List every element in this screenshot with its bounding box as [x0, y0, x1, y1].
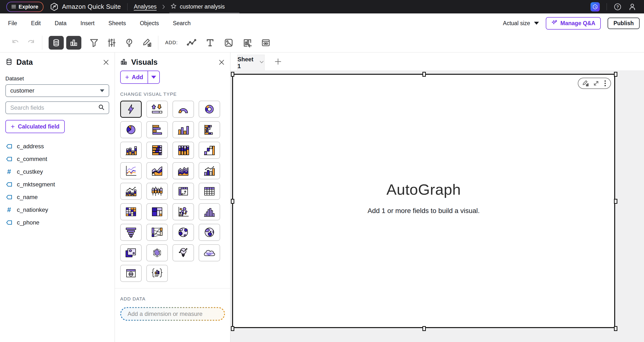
chevron-down-icon[interactable]: [259, 59, 264, 66]
analysis-title[interactable]: customer analysis: [180, 4, 225, 10]
add-visual-icon[interactable]: [187, 38, 196, 48]
visual-type-insights[interactable]: [172, 244, 194, 262]
insights-lightbulb-icon[interactable]: [124, 38, 134, 48]
visual-type-filled-map[interactable]: [198, 224, 220, 241]
visual-type-pivot-table[interactable]: [172, 183, 194, 200]
visual-type-scatter-plot[interactable]: [172, 203, 194, 220]
menu-search[interactable]: Search: [173, 20, 190, 27]
field-c_phone[interactable]: c_phone: [5, 216, 109, 229]
menu-objects[interactable]: Objects: [140, 20, 159, 27]
add-visual-dropdown-button[interactable]: [148, 71, 159, 83]
sheet-tab[interactable]: Sheet 1: [237, 55, 264, 70]
visual-menu-kebab-icon[interactable]: [603, 78, 607, 88]
edit-visual-icon[interactable]: [582, 78, 589, 88]
insert-visual-icon[interactable]: [242, 38, 252, 48]
visual-type-stacked-100-bar-vertical[interactable]: [172, 142, 194, 159]
field-c_custkey[interactable]: #c_custkey: [5, 166, 109, 178]
visual-type-histogram[interactable]: [198, 203, 220, 220]
add-image-icon[interactable]: [224, 38, 234, 48]
visual-type-stacked-area[interactable]: [172, 162, 194, 179]
resize-handle-bottom-right[interactable]: [614, 326, 617, 331]
field-well-drop-zone[interactable]: Add a dimension or measure: [120, 307, 225, 321]
breadcrumb-analyses[interactable]: Analyses: [134, 4, 156, 10]
manage-qa-button[interactable]: Manage Q&A: [546, 17, 601, 30]
add-visual-button[interactable]: + Add: [121, 71, 148, 83]
add-sheet-button[interactable]: [274, 58, 282, 65]
redo-icon[interactable]: [26, 38, 36, 48]
visual-type-tree-map[interactable]: [146, 203, 168, 220]
visual-type-combo-stacked-bar-line[interactable]: [120, 183, 142, 200]
visual-type-line[interactable]: [120, 162, 142, 179]
visual-type-pie[interactable]: [120, 121, 142, 138]
data-panel-close-icon[interactable]: [103, 59, 109, 66]
resize-handle-middle-left[interactable]: [231, 199, 234, 204]
visual-type-points-on-map[interactable]: [172, 224, 194, 241]
undo-icon[interactable]: [11, 38, 20, 48]
visuals-panel-toggle-button[interactable]: [66, 36, 81, 50]
visuals-panel-close-icon[interactable]: [218, 59, 225, 66]
field-c_nationkey[interactable]: #c_nationkey: [5, 204, 109, 216]
visual-type-radar[interactable]: [146, 244, 168, 262]
visual-type-word-cloud[interactable]: [198, 244, 220, 262]
help-icon[interactable]: ?: [614, 3, 622, 11]
menu-edit[interactable]: Edit: [31, 20, 41, 27]
visual-type-custom-content[interactable]: [120, 265, 142, 282]
menu-data[interactable]: Data: [55, 20, 67, 27]
menu-sheets[interactable]: Sheets: [108, 20, 126, 27]
publish-button[interactable]: Publish: [608, 18, 640, 29]
visual-type-heat-map[interactable]: [120, 203, 142, 220]
search-fields-input[interactable]: [10, 104, 98, 112]
menu-insert[interactable]: Insert: [80, 20, 94, 27]
kpi-icon: [150, 104, 164, 114]
parameters-sliders-icon[interactable]: [107, 38, 116, 48]
visual-type-table[interactable]: [198, 183, 220, 200]
resize-handle-top-middle[interactable]: [422, 72, 426, 77]
quick-assistant-icon[interactable]: [590, 2, 600, 12]
visual-type-narrative[interactable]: [146, 265, 168, 282]
resize-handle-bottom-left[interactable]: [231, 326, 234, 331]
visual-type-waterfall[interactable]: [198, 142, 220, 159]
data-panel-toggle-button[interactable]: [48, 36, 64, 50]
add-text-icon[interactable]: [205, 38, 215, 48]
calculated-field-button[interactable]: + Calculated field: [5, 120, 65, 133]
visual-type-box-plot[interactable]: [146, 183, 168, 200]
menu-file[interactable]: File: [8, 20, 17, 27]
zoom-level-select[interactable]: Actual size: [503, 20, 539, 27]
embed-content-icon[interactable]: [261, 38, 271, 48]
topbar: Explore Amazon Quick Suite Analyses cust…: [0, 0, 644, 14]
edit-visuals-icon[interactable]: [142, 38, 152, 48]
autograph-icon: [124, 104, 138, 114]
visual-type-stacked-100-bar-horizontal[interactable]: [146, 142, 168, 159]
visual-type-kpi[interactable]: [146, 101, 168, 118]
visual-type-gauge[interactable]: [172, 101, 194, 118]
visual-type-funnel[interactable]: [120, 224, 142, 241]
visual-type-bar-vertical[interactable]: [172, 121, 194, 138]
explore-button[interactable]: Explore: [6, 2, 44, 12]
toolbar-divider: [42, 36, 42, 50]
dataset-select[interactable]: customer: [5, 84, 109, 97]
visual-type-stacked-bar-horizontal[interactable]: [198, 121, 220, 138]
field-c_name[interactable]: c_name: [5, 191, 109, 204]
visual-type-stacked-bar-vertical[interactable]: [120, 142, 142, 159]
visual-type-autograph[interactable]: [120, 101, 142, 118]
maximize-visual-icon[interactable]: [593, 78, 600, 88]
visual-type-map-layers[interactable]: [120, 244, 142, 262]
visual-type-combo-bar-line[interactable]: [198, 162, 220, 179]
field-list: c_addressc_comment#c_custkeyc_mktsegment…: [5, 140, 109, 229]
visual-type-area[interactable]: [146, 162, 168, 179]
filter-icon[interactable]: [89, 38, 99, 48]
visual-type-donut[interactable]: [198, 101, 220, 118]
field-c_comment[interactable]: c_comment: [5, 153, 109, 166]
favorite-star-icon[interactable]: [170, 3, 177, 10]
user-icon[interactable]: [628, 3, 636, 11]
menubar-items: FileEditDataInsertSheetsObjectsSearch: [0, 20, 190, 27]
resize-handle-middle-right[interactable]: [614, 199, 617, 204]
selected-visual[interactable]: AutoGraph Add 1 or more fields to build …: [232, 74, 615, 328]
resize-handle-bottom-middle[interactable]: [422, 326, 426, 331]
field-c_mktsegment[interactable]: c_mktsegment: [5, 178, 109, 191]
resize-handle-top-left[interactable]: [231, 72, 234, 77]
resize-handle-top-right[interactable]: [614, 72, 617, 77]
field-c_address[interactable]: c_address: [5, 140, 109, 153]
visual-type-sankey[interactable]: [146, 224, 168, 241]
visual-type-bar-horizontal[interactable]: [146, 121, 168, 138]
